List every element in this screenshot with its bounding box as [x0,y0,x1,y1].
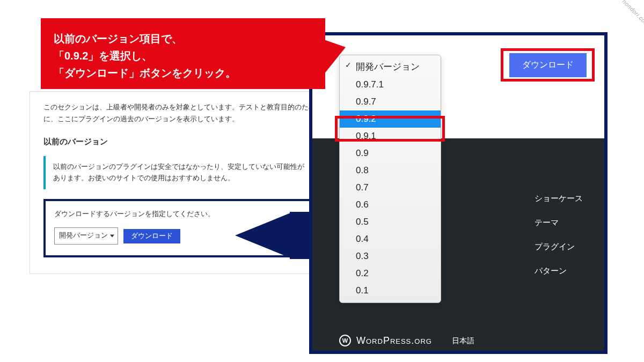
footer-language[interactable]: 日本語 [452,336,474,346]
footer-brand: W WordPress.org [339,335,432,346]
download-button-big[interactable]: ダウンロード [509,53,587,77]
footer-link-showcase[interactable]: ショーケース [535,194,583,204]
callout-line: 「0.9.2」を選択し、 [54,47,312,64]
footer-link-themes[interactable]: テーマ [535,218,583,228]
dropdown-option[interactable]: 0.9.7.1 [340,76,441,93]
dropdown-option[interactable]: 0.9.1 [340,128,441,145]
dropdown-option[interactable]: 0.4 [340,231,441,248]
dropdown-option[interactable]: 0.6 [340,196,441,213]
dropdown-option[interactable]: 0.7 [340,179,441,196]
zoom-arrow-icon [235,212,293,259]
footer-links: ショーケース テーマ プラグイン パターン [535,194,583,276]
footer-link-plugins[interactable]: プラグイン [535,242,583,252]
footer-link-patterns[interactable]: パターン [535,266,583,276]
dropdown-option[interactable]: 開発バージョン [340,57,441,76]
warning-notice: 以前のバージョンのプラグインは安全ではなかったり、安定していない可能性があります… [43,156,316,190]
dropdown-option[interactable]: 0.8 [340,162,441,179]
dropdown-option-selected[interactable]: 0.9.2 [340,110,441,128]
watermark: nondori.com [621,0,644,28]
version-select[interactable]: 開発バージョン [54,227,118,244]
dropdown-option[interactable]: 0.3 [340,248,441,265]
callout-line: 以前のバージョン項目で、 [54,30,312,47]
dropdown-option[interactable]: 0.9.7 [340,93,441,110]
zoom-arrow-body [290,212,312,259]
instruction-callout: 以前のバージョン項目で、 「0.9.2」を選択し、 「ダウンロード」ボタンをクリ… [41,18,325,89]
brand-name: WordPress.org [356,335,432,346]
section-description: このセクションは、上級者や開発者のみを対象としています。テストと教育目的のために… [43,101,316,125]
callout-line: 「ダウンロード」ボタンをクリック。 [54,64,312,82]
wordpress-logo-icon: W [339,335,351,346]
dropdown-option[interactable]: 0.1 [340,282,441,299]
dropdown-option[interactable]: 0.2 [340,265,441,282]
download-big-highlight: ダウンロード [501,48,595,82]
dropdown-option[interactable]: 0.9 [340,145,441,162]
dropdown-option[interactable]: 0.5 [340,213,441,231]
previous-versions-heading: 以前のバージョン [43,135,316,149]
version-dropdown-open[interactable]: 開発バージョン 0.9.7.1 0.9.7 0.9.2 0.9.1 0.9 0.… [339,55,441,303]
download-button[interactable]: ダウンロード [123,229,180,243]
zoom-frame: ショーケース テーマ プラグイン パターン W WordPress.org 日本… [309,32,608,354]
